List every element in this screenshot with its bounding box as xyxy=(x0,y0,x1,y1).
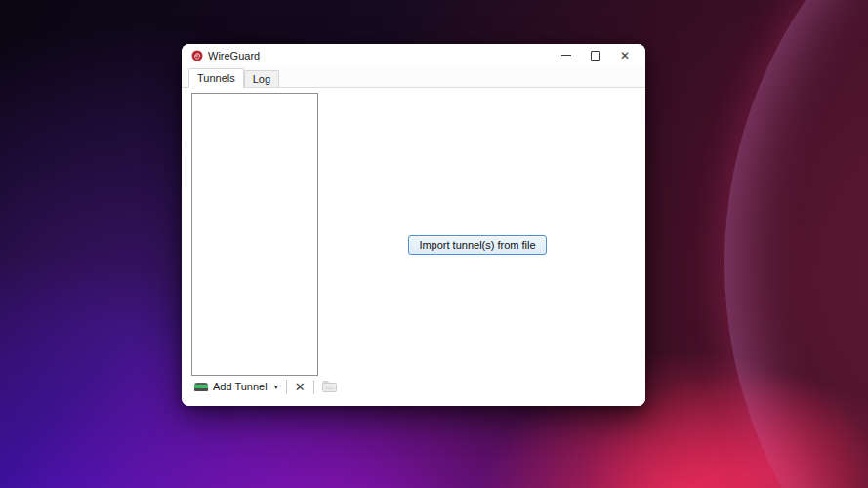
export-tunnels-button[interactable] xyxy=(317,379,342,394)
tunnel-list[interactable] xyxy=(191,93,318,376)
wireguard-logo-icon xyxy=(191,50,203,61)
add-tunnel-label: Add Tunnel xyxy=(213,381,268,392)
maximize-button[interactable] xyxy=(581,44,610,66)
maximize-icon xyxy=(591,51,600,61)
tunnel-toolbar: Add Tunnel ▾ ✕ xyxy=(189,378,342,395)
tab-strip: Tunnels Log xyxy=(182,66,645,88)
minimize-icon xyxy=(561,55,571,56)
tunnel-icon xyxy=(194,383,208,391)
desktop-background: WireGuard ✕ Tunnels Log xyxy=(0,0,868,488)
tab-tunnels-label: Tunnels xyxy=(197,72,235,84)
close-button[interactable]: ✕ xyxy=(610,44,640,66)
window-controls: ✕ xyxy=(552,44,645,66)
toolbar-separator xyxy=(313,380,314,394)
delete-x-icon: ✕ xyxy=(295,381,306,393)
tab-log[interactable]: Log xyxy=(244,70,279,87)
tab-page-tunnels: Add Tunnel ▾ ✕ xyxy=(182,88,645,406)
tab-log-label: Log xyxy=(253,73,270,85)
titlebar[interactable]: WireGuard ✕ xyxy=(182,44,645,66)
export-config-icon xyxy=(322,381,337,392)
remove-tunnel-button[interactable]: ✕ xyxy=(290,379,310,395)
wireguard-window: WireGuard ✕ Tunnels Log xyxy=(182,44,645,406)
window-title: WireGuard xyxy=(208,50,260,61)
chevron-down-icon: ▾ xyxy=(274,383,278,391)
minimize-button[interactable] xyxy=(552,44,581,66)
import-tunnel-button[interactable]: Import tunnel(s) from file xyxy=(408,235,547,255)
close-icon: ✕ xyxy=(620,50,630,61)
tab-tunnels[interactable]: Tunnels xyxy=(188,68,244,88)
toolbar-separator xyxy=(286,380,287,394)
add-tunnel-button[interactable]: Add Tunnel ▾ xyxy=(189,379,283,394)
